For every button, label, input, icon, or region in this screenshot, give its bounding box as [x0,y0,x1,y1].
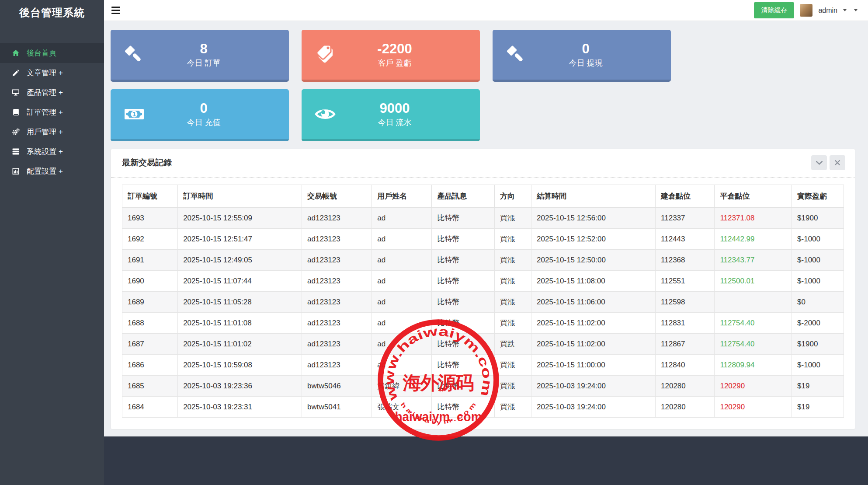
cell-open: 112598 [656,292,715,313]
column-header: 結算時間 [531,185,656,208]
stat-card-today-orders: 8今日 訂單 [111,30,289,82]
cell-direction: 買漲 [494,397,531,418]
panel-header: 最新交易記錄 [111,149,855,178]
cell-name: ad [372,334,432,355]
cell-time: 2025-10-15 11:01:02 [178,334,302,355]
hamburger-menu-icon[interactable] [104,0,128,21]
close-icon [835,160,840,165]
column-header: 訂單時間 [178,185,302,208]
cell-profit: $19 [792,376,844,397]
card-value: 9000 [336,101,454,116]
close-panel-button[interactable] [830,155,845,170]
sidebar-item-articles[interactable]: 文章管理+ [0,63,104,83]
cell-settle-time: 2025-10-15 12:52:00 [531,229,656,250]
cell-open: 120280 [656,376,715,397]
card-label: 今日 提現 [527,58,645,68]
cell-id: 1684 [122,397,178,418]
gavel-icon [506,44,527,65]
navbar-dropdown-caret-icon[interactable] [854,9,858,11]
cell-name: ad [372,355,432,376]
cell-settle-time: 2025-10-15 12:56:00 [531,208,656,229]
cell-product: 比特幣 [432,355,495,376]
svg-text:1: 1 [132,111,136,118]
stat-card-today-flow: 9000今日 流水 [302,89,480,141]
table-row: 16842025-10-03 19:23:31bwtw5041張瑞文比特幣買漲2… [122,397,844,418]
cell-account: ad123123 [302,313,372,334]
expand-plus-indicator: + [59,108,63,117]
cell-name: ad [372,229,432,250]
card-label: 今日 流水 [336,117,454,128]
cell-time: 2025-10-15 11:07:44 [178,271,302,292]
cell-close [715,292,792,313]
cell-close: 112343.77 [715,250,792,271]
cell-account: ad123123 [302,355,372,376]
cell-time: 2025-10-15 11:01:08 [178,313,302,334]
clear-cache-button[interactable]: 清除緩存 [754,2,794,18]
cell-close: 112442.99 [715,229,792,250]
user-dropdown-caret-icon[interactable] [843,9,847,11]
cell-profit: $-1000 [792,271,844,292]
card-text: -2200客戶 盈虧 [336,41,454,69]
cell-id: 1692 [122,229,178,250]
collapse-panel-button[interactable] [811,155,827,170]
cell-open: 120280 [656,397,715,418]
cell-settle-time: 2025-10-03 19:24:00 [531,376,656,397]
table-row: 16882025-10-15 11:01:08ad123123ad比特幣買漲20… [122,313,844,334]
user-avatar[interactable] [800,4,812,17]
cell-close: 120290 [715,397,792,418]
pencil-icon [11,69,21,77]
cell-close: 112754.40 [715,334,792,355]
cell-id: 1690 [122,271,178,292]
cell-close: 120290 [715,376,792,397]
cell-id: 1686 [122,355,178,376]
cell-name: 張瑞文 [372,397,432,418]
cell-name: ad [372,292,432,313]
app-title: 後台管理系統 [0,0,104,25]
table-row: 16932025-10-15 12:55:09ad123123ad比特幣買漲20… [122,208,844,229]
column-header: 交易帳號 [302,185,372,208]
column-header: 訂單編號 [122,185,178,208]
card-label: 客戶 盈虧 [336,58,454,68]
table-header-row: 訂單編號訂單時間交易帳號用戶姓名產品訊息方向結算時間建倉點位平倉點位實際盈虧 [122,185,844,208]
cell-profit: $19 [792,397,844,418]
sidebar-item-system[interactable]: 系統設置+ [0,142,104,161]
cell-profit: $1900 [792,208,844,229]
cell-close: 112754.40 [715,313,792,334]
stat-card-today-withdraw: 0今日 提現 [493,30,671,82]
panel-tools [811,155,845,170]
cell-account: ad123123 [302,229,372,250]
cell-open: 112443 [656,229,715,250]
column-header: 用戶姓名 [372,185,432,208]
cell-product: 比特幣 [432,397,495,418]
sidebar-item-orders[interactable]: 訂單管理+ [0,102,104,122]
cell-account: ad123123 [302,334,372,355]
cell-direction: 買漲 [494,208,531,229]
cell-close: 112500.01 [715,271,792,292]
sidebar-item-config[interactable]: 配置設置+ [0,161,104,181]
cell-account: ad123123 [302,250,372,271]
gears-icon [11,128,21,136]
cell-product: 比特幣 [432,334,495,355]
sidebar-item-users[interactable]: 用戶管理+ [0,122,104,142]
table-row: 16852025-10-03 19:23:36bwtw5046黃鎮緯比特幣買漲2… [122,376,844,397]
cell-time: 2025-10-03 19:23:31 [178,397,302,418]
cell-time: 2025-10-03 19:23:36 [178,376,302,397]
cell-product: 比特幣 [432,292,495,313]
admin-app: 後台管理系統 後台首頁文章管理+產品管理+訂單管理+用戶管理+系統設置+配置設置… [0,0,868,485]
cell-id: 1691 [122,250,178,271]
cell-product: 比特幣 [432,250,495,271]
cell-time: 2025-10-15 11:05:28 [178,292,302,313]
sidebar-item-products[interactable]: 產品管理+ [0,83,104,102]
column-header: 實際盈虧 [792,185,844,208]
cards-row: 8今日 訂單-2200客戶 盈虧0今日 提現 [111,30,856,82]
cell-settle-time: 2025-10-15 11:08:00 [531,271,656,292]
username-label: admin [818,7,837,14]
cell-account: bwtw5041 [302,397,372,418]
cell-profit: $1900 [792,334,844,355]
cell-direction: 買跌 [494,334,531,355]
sidebar-item-home[interactable]: 後台首頁 [0,43,104,63]
desktop-icon [11,89,21,96]
card-value: 0 [527,41,645,57]
server-icon [11,148,21,155]
sidebar: 後台管理系統 後台首頁文章管理+產品管理+訂單管理+用戶管理+系統設置+配置設置… [0,0,104,485]
